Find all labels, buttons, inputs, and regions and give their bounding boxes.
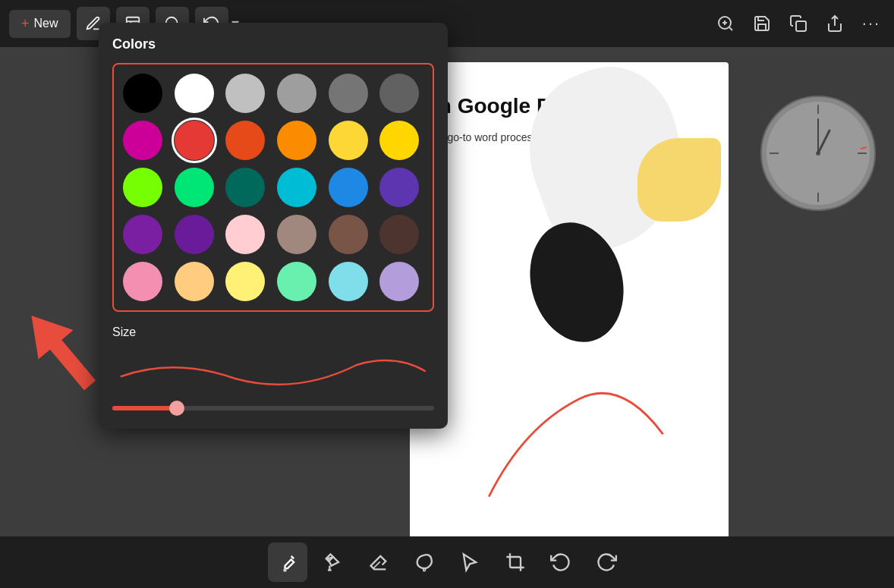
color-swatch-brown-light[interactable] [277,215,316,254]
color-swatch-darker-gray[interactable] [379,74,419,113]
color-swatch-dark-brown[interactable] [379,215,419,254]
color-swatch-pink[interactable] [123,262,162,301]
highlighter-tool-icon [323,552,344,573]
copy-button[interactable] [785,10,812,37]
redo-icon [596,552,617,573]
eraser-tool-icon [368,552,389,573]
color-swatch-dark-purple[interactable] [175,215,214,254]
crop-tool-button[interactable] [496,542,535,582]
svg-point-18 [284,569,285,571]
save-icon [753,14,771,33]
black-bird-shape [516,214,637,351]
yellow-shape [637,138,721,222]
color-swatch-yellow[interactable] [329,121,368,160]
color-swatch-purple[interactable] [123,215,162,254]
color-swatch-pale-yellow[interactable] [225,262,265,301]
color-swatch-deep-purple[interactable] [379,168,419,207]
color-swatch-light-cyan[interactable] [329,262,368,301]
lasso-tool-button[interactable] [405,542,444,582]
red-arrow [15,305,106,396]
redo-button[interactable] [587,542,626,582]
color-swatch-dark-gray[interactable] [329,74,368,113]
color-swatch-green[interactable] [175,168,214,207]
toolbar-right-group: ··· [712,10,885,37]
share-button[interactable] [821,10,848,37]
color-swatch-medium-gray[interactable] [277,74,316,113]
color-picker-popup: Colors Size [99,23,448,429]
svg-rect-3 [796,21,806,31]
color-swatch-black[interactable] [123,74,162,113]
more-icon: ··· [862,14,880,33]
color-swatch-brown[interactable] [329,215,368,254]
size-label: Size [112,325,434,339]
color-swatch-blue[interactable] [329,168,368,207]
color-swatch-white[interactable] [175,74,214,113]
copy-icon [789,14,807,33]
color-swatch-cyan[interactable] [277,168,316,207]
crop-tool-icon [505,552,526,573]
color-swatch-deep-orange[interactable] [225,121,265,160]
size-preview [112,350,434,395]
select-tool-icon [459,552,480,573]
color-swatch-peach[interactable] [175,262,214,301]
color-swatch-orange[interactable] [277,121,316,160]
undo-icon [550,552,571,573]
size-slider-container[interactable] [112,406,434,410]
new-button[interactable]: + New [9,10,71,38]
share-icon [826,14,844,33]
color-swatch-magenta[interactable] [123,121,162,160]
eraser-tool-button[interactable] [359,542,398,582]
clock-shape [757,93,879,214]
color-swatch-red[interactable] [175,121,214,160]
pen-tool-button[interactable] [268,542,307,582]
color-swatch-teal[interactable] [225,168,265,207]
lasso-tool-icon [414,552,435,573]
bottom-toolbar [0,536,894,588]
size-slider-fill [112,406,177,410]
color-swatch-light-gray[interactable] [225,74,265,113]
color-swatch-lavender[interactable] [379,262,419,301]
size-preview-svg [112,350,434,395]
svg-marker-17 [15,305,106,396]
more-button[interactable]: ··· [858,10,885,37]
undo-button[interactable] [541,542,581,582]
plus-icon: + [21,16,30,32]
highlighter-tool-button[interactable] [313,542,353,582]
select-tool-button[interactable] [450,542,489,582]
size-section: Size [112,325,434,410]
new-label: New [34,17,58,30]
pen-tool-icon [277,552,298,573]
color-swatch-light-green[interactable] [123,168,162,207]
size-slider-thumb[interactable] [169,401,184,416]
color-picker-title: Colors [112,36,434,52]
zoom-in-button[interactable] [712,10,739,37]
color-swatch-light-pink[interactable] [225,215,265,254]
color-grid-container [112,63,434,312]
save-button[interactable] [748,10,776,37]
color-swatch-mint[interactable] [277,262,316,301]
color-grid [123,74,423,301]
zoom-in-icon [716,14,735,33]
color-swatch-bright-yellow[interactable] [379,121,419,160]
